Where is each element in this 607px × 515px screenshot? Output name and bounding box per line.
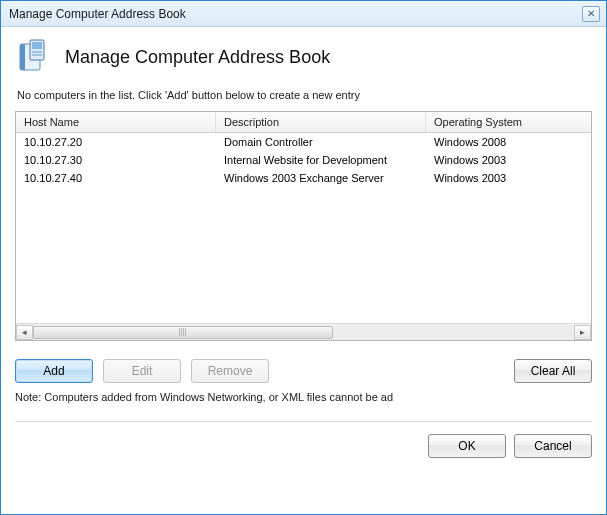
remove-button[interactable]: Remove	[191, 359, 269, 383]
svg-rect-4	[32, 51, 42, 53]
svg-rect-1	[20, 44, 25, 70]
table-row[interactable]: 10.10.27.40Windows 2003 Exchange ServerW…	[16, 169, 591, 187]
divider	[15, 421, 592, 422]
cell-os: Windows 2003	[426, 168, 591, 188]
scroll-track[interactable]	[33, 325, 574, 340]
cell-description: Internal Website for Development	[216, 150, 426, 170]
table-body: 10.10.27.20Domain ControllerWindows 2008…	[16, 133, 591, 323]
address-book-icon	[15, 37, 55, 77]
clear-all-button[interactable]: Clear All	[514, 359, 592, 383]
scroll-thumb[interactable]	[33, 326, 333, 339]
cancel-button[interactable]: Cancel	[514, 434, 592, 458]
titlebar: Manage Computer Address Book ✕	[1, 1, 606, 27]
close-icon: ✕	[587, 8, 595, 19]
table-row[interactable]: 10.10.27.30Internal Website for Developm…	[16, 151, 591, 169]
footer-button-row: OK Cancel	[15, 434, 592, 458]
content-area: Manage Computer Address Book No computer…	[1, 27, 606, 514]
header-row: Manage Computer Address Book	[15, 37, 592, 77]
column-header-description[interactable]: Description	[216, 112, 426, 132]
action-button-row: Add Edit Remove Clear All	[15, 359, 592, 383]
note-text: Note: Computers added from Windows Netwo…	[15, 391, 592, 403]
scroll-left-arrow-icon[interactable]: ◂	[16, 325, 33, 340]
close-button[interactable]: ✕	[582, 6, 600, 22]
scroll-right-arrow-icon[interactable]: ▸	[574, 325, 591, 340]
cell-host: 10.10.27.30	[16, 150, 216, 170]
svg-rect-5	[32, 54, 42, 56]
svg-rect-3	[32, 42, 42, 49]
cell-description: Windows 2003 Exchange Server	[216, 168, 426, 188]
column-header-os[interactable]: Operating System	[426, 112, 591, 132]
dialog-window: Manage Computer Address Book ✕ Manage Co…	[0, 0, 607, 515]
table-header: Host Name Description Operating System	[16, 112, 591, 133]
helper-text: No computers in the list. Click 'Add' bu…	[17, 89, 590, 101]
table-row[interactable]: 10.10.27.20Domain ControllerWindows 2008	[16, 133, 591, 151]
window-title: Manage Computer Address Book	[9, 7, 582, 21]
add-button[interactable]: Add	[15, 359, 93, 383]
ok-button[interactable]: OK	[428, 434, 506, 458]
cell-os: Windows 2003	[426, 150, 591, 170]
column-header-host[interactable]: Host Name	[16, 112, 216, 132]
horizontal-scrollbar[interactable]: ◂ ▸	[16, 323, 591, 340]
cell-host: 10.10.27.40	[16, 168, 216, 188]
edit-button[interactable]: Edit	[103, 359, 181, 383]
computers-table: Host Name Description Operating System 1…	[15, 111, 592, 341]
page-title: Manage Computer Address Book	[65, 47, 330, 68]
